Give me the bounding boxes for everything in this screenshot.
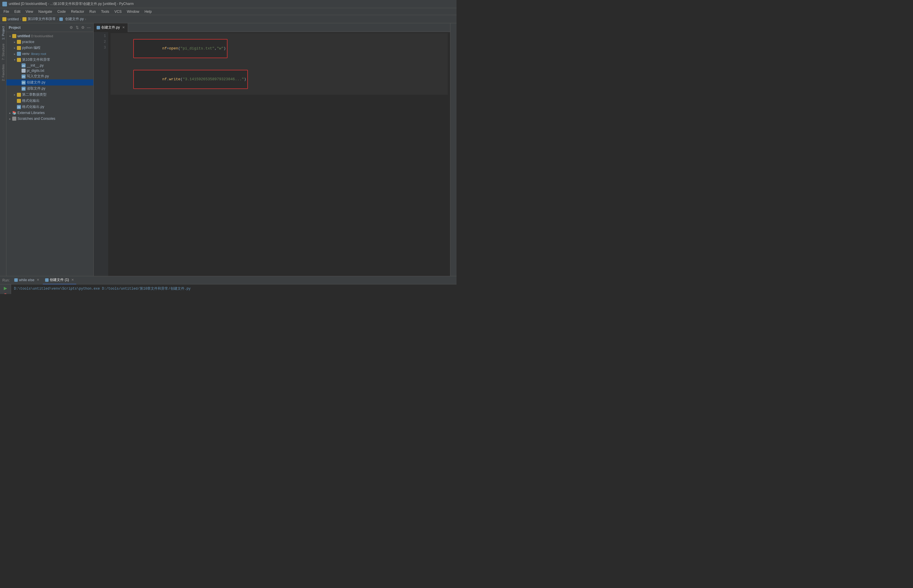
run-tab-close-create[interactable]: ✕ (71, 278, 74, 282)
tree-item-write-empty[interactable]: py 写入空文件.py (6, 73, 93, 79)
project-sync-icon[interactable]: ⇅ (75, 25, 79, 30)
tree-label-venv: venv library root (22, 52, 46, 56)
code-line-1: nf=open("pi_digits.txt","w") (110, 33, 448, 64)
code-content[interactable]: nf=open("pi_digits.txt","w") nf.write("3… (108, 32, 450, 276)
run-play-button[interactable]: ▶ (2, 286, 9, 291)
tree-item-python-programing[interactable]: ▸ python 编程 (6, 45, 93, 51)
menu-code[interactable]: Code (55, 9, 68, 14)
menu-help[interactable]: Help (142, 9, 154, 14)
tree-item-create-file[interactable]: py 创建文件.py (6, 79, 93, 86)
tree-item-read-file[interactable]: py 读取文件.py (6, 86, 93, 92)
tree-item-practice[interactable]: ▸ practice (6, 39, 93, 45)
project-title: Project (9, 26, 68, 30)
project-settings-icon[interactable]: ⚙ (69, 25, 74, 30)
folder-icon-chapter10 (17, 58, 21, 62)
folder-icon-practice (17, 40, 21, 44)
tree-arrow-external[interactable]: ▸ (8, 110, 12, 115)
menu-run[interactable]: Run (87, 9, 98, 14)
tree-label-scratches: Scratches and Consoles (18, 116, 55, 121)
tree-arrow-scratches[interactable]: ▸ (8, 116, 12, 121)
file-icon-write-empty: py (21, 74, 26, 79)
breadcrumb-untitled[interactable]: untitled (8, 17, 19, 21)
menu-tools[interactable]: Tools (99, 9, 112, 14)
run-toolbar: ▶ ■ ↑ ↓ ⏸ ⊘ ⚙ (0, 284, 11, 294)
editor-tabs-bar: 创建文件.py ✕ (94, 23, 450, 32)
tree-item-venv[interactable]: ▸ venv library root (6, 51, 93, 57)
code-editor[interactable]: 1 2 3 nf=open("pi_digits.txt","w") nf.wr… (94, 32, 450, 276)
tree-item-init-py[interactable]: py __init__.py (6, 63, 93, 68)
file-icon-create: py (21, 81, 26, 85)
project-tree: ▾ untitled D:\tools\untitled ▸ practice … (6, 32, 93, 276)
run-tab-while-else[interactable]: while else ✕ (12, 276, 42, 284)
breadcrumb-arrow: › (85, 17, 86, 21)
project-close-icon[interactable]: — (86, 25, 91, 30)
code-line-3 (110, 95, 448, 101)
sidebar-tab-structure[interactable]: 7: Structure (1, 42, 6, 62)
tree-label-python: python 编程 (22, 45, 40, 50)
title-bar: untitled [D:\tools\untitled] - ...\第10章文… (0, 0, 456, 8)
menu-refactor[interactable]: Refactor (69, 9, 86, 14)
sidebar-tab-project[interactable]: 1: Project (1, 24, 6, 41)
folder-icon-python (17, 46, 21, 50)
ext-lib-icon: 📚 (12, 111, 16, 115)
editor-tab-create-file[interactable]: 创建文件.py ✕ (94, 23, 128, 32)
tree-arrow-practice[interactable]: ▸ (12, 40, 17, 44)
tree-label-chapter10: 第10章文件和异常 (22, 57, 50, 62)
tab-close-button[interactable]: ✕ (122, 26, 125, 29)
run-output: D:\tools\untitled\venv\Scripts\python.ex… (11, 284, 456, 294)
line-number-1: 1 (94, 33, 106, 39)
menu-edit[interactable]: Edit (12, 9, 23, 14)
tree-item-pi-txt[interactable]: pi_digits.txt (6, 68, 93, 73)
tree-item-chapter10[interactable]: ▾ 第10章文件和异常 (6, 57, 93, 63)
tree-label-read: 读取文件.py (27, 86, 45, 91)
left-sidebar-tabs: 1: Project 7: Structure 2: Favorites (0, 23, 6, 276)
run-tab-close-while[interactable]: ✕ (37, 278, 39, 282)
run-tab-create-file[interactable]: 创建文件 (1) ✕ (43, 276, 76, 284)
tree-arrow-python[interactable]: ▸ (12, 46, 17, 50)
breadcrumb-chapter10[interactable]: 第10章文件和异常 (28, 16, 56, 21)
menu-vcs[interactable]: VCS (112, 9, 124, 14)
breadcrumb-sep-0: › (20, 17, 21, 21)
tree-label-init: __init__.py (27, 63, 44, 68)
file-icon-format-py: py (17, 105, 21, 109)
main-layout: 1: Project 7: Structure 2: Favorites Pro… (0, 23, 456, 276)
tree-arrow-venv[interactable]: ▸ (12, 52, 17, 56)
project-gear-icon[interactable]: ⚙ (81, 25, 85, 30)
tree-item-format-output[interactable]: 格式化输出 (6, 98, 93, 104)
run-content: ▶ ■ ↑ ↓ ⏸ ⊘ ⚙ D:\tools\untitled\venv\Scr… (0, 284, 456, 294)
file-icon-pi-txt (21, 69, 26, 73)
tree-label-pi-txt: pi_digits.txt (27, 69, 44, 73)
run-command-line: D:\tools\untitled\venv\Scripts\python.ex… (14, 286, 453, 291)
tree-item-scratches[interactable]: ▸ Scratches and Consoles (6, 116, 93, 121)
tree-item-format-py[interactable]: py 格式化输出.py (6, 104, 93, 110)
menu-view[interactable]: View (23, 9, 36, 14)
breadcrumb-file[interactable]: 创建文件.py (65, 16, 84, 21)
breadcrumb-file-icon (59, 18, 63, 21)
menu-navigate[interactable]: Navigate (36, 9, 54, 14)
run-label: Run: (2, 278, 10, 283)
menu-window[interactable]: Window (125, 9, 142, 14)
project-header: Project ⚙ ⇅ ⚙ — (6, 23, 93, 32)
tree-arrow-chapter10[interactable]: ▾ (12, 58, 17, 62)
tree-item-external-libs[interactable]: ▸ 📚 External Libraries (6, 110, 93, 116)
sidebar-tab-favorites[interactable]: 2: Favorites (1, 63, 6, 82)
editor-area: 创建文件.py ✕ 1 2 3 nf=open("pi_digits.txt",… (94, 23, 450, 276)
venv-icon (17, 52, 21, 56)
file-icon-read: py (21, 87, 26, 91)
tree-item-untitled-root[interactable]: ▾ untitled D:\tools\untitled (6, 33, 93, 39)
run-tab-label-while: while else (19, 278, 34, 282)
code-line-2: nf.write("3.14159265358979323846...") (110, 64, 448, 95)
line-number-3: 3 (94, 45, 106, 51)
run-exit-message: Process finished with exit code 0 (14, 294, 453, 294)
run-stop-button[interactable]: ■ (2, 291, 9, 294)
tree-item-chapter2[interactable]: ▸ 第二章数据类型 (6, 92, 93, 98)
tab-file-icon (97, 26, 100, 29)
tree-label-practice: practice (22, 40, 34, 44)
run-tabs-bar: Run: while else ✕ 创建文件 (1) ✕ (0, 276, 456, 284)
menu-file[interactable]: File (1, 9, 11, 14)
tree-label-chapter2: 第二章数据类型 (22, 92, 47, 97)
tree-arrow-format[interactable] (12, 99, 17, 103)
run-tab-icon-create (45, 278, 49, 282)
tree-arrow-chapter2[interactable]: ▸ (12, 92, 17, 97)
tree-arrow-untitled[interactable]: ▾ (8, 34, 12, 39)
